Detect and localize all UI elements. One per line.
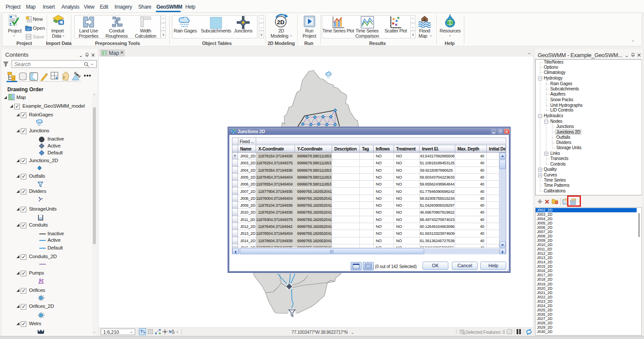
svg-text:N: N [169,329,172,334]
svg-text:2D: 2D [277,19,285,26]
